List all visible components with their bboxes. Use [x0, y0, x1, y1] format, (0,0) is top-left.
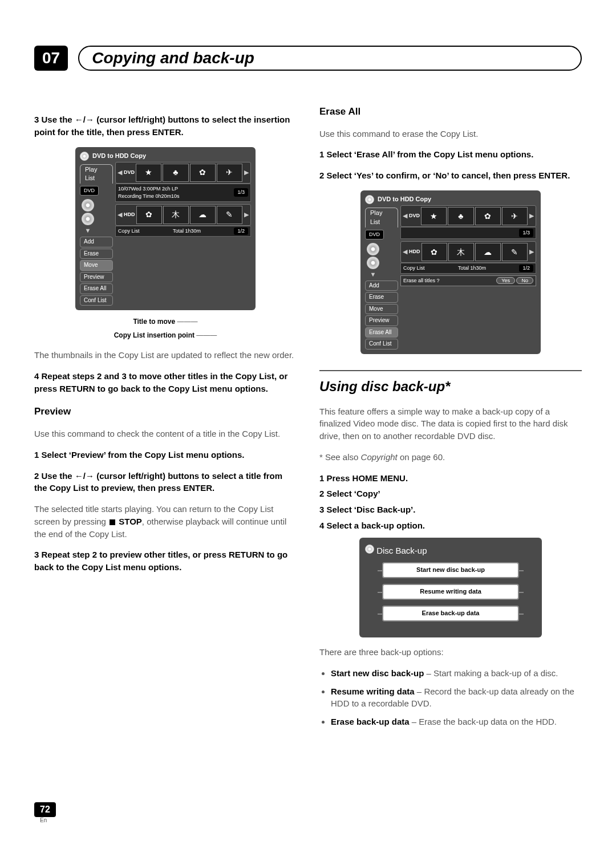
- left-arrow-icon: ◀: [117, 168, 123, 177]
- fig1-caption: Title to move ——— Copy List insertion po…: [34, 317, 297, 340]
- fig1-body: Play List DVD ▼ Add Erase Move Preview: [80, 162, 251, 306]
- backup-option-1: Start new disc back-up – Start making a …: [331, 667, 582, 680]
- thumb: ✎: [502, 243, 528, 261]
- backup-step-1: 1 Press HOME MENU.: [319, 472, 582, 485]
- backup-option-3: Erase back-up data – Erase the back-up d…: [331, 716, 582, 728]
- menu-add: Add: [80, 237, 113, 247]
- backup-menu-title-row: Disc Back-up: [365, 545, 536, 557]
- fig1-bottom-thumbs: ◀ HDD ✿ 木 ☁ ✎ ▶: [115, 204, 251, 226]
- fig2-bottom-bar: Copy List Total 1h30m 1/2: [400, 263, 536, 274]
- fig2-confirm-dialog: Erase all titles ? Yes No: [400, 275, 536, 286]
- disc-backup-footnote: * See also Copyright on page 60.: [319, 451, 582, 464]
- fig1-titlebar: DVD to HDD Copy: [80, 152, 251, 161]
- thumb: ✿: [190, 164, 216, 182]
- disc-icon: [365, 195, 374, 204]
- left-column: 3 Use the ←/→ (cursor left/right) button…: [34, 105, 297, 734]
- fig2-info-bar: 1/3: [400, 227, 536, 239]
- thumb: ♣: [448, 207, 473, 225]
- thumb: ★: [421, 207, 447, 225]
- caption-title-to-move: Title to move: [133, 318, 175, 326]
- footnote-copyright: Copyright: [361, 452, 398, 462]
- fig2-dvd-row-label: DVD: [409, 212, 420, 220]
- dialog-no-button[interactable]: No: [516, 277, 533, 284]
- thumb: ☁: [190, 206, 216, 224]
- fig1-info-bar: 10/07Wed 3:00PM 2ch LPRecording Time 0h2…: [115, 184, 251, 202]
- erase-step-2: 2 Select ‘Yes’ to confirm, or ‘No’ to ca…: [319, 169, 582, 182]
- fig2-menu: Add Erase Move Preview Erase All Conf Li…: [365, 281, 398, 350]
- disc-backup-heading: Using disc back-up*: [319, 370, 582, 397]
- backup-step-4: 4 Select a back-up option.: [319, 519, 582, 532]
- menu-add: Add: [365, 281, 398, 291]
- thumb: ✈: [217, 164, 242, 182]
- fig1-dvd-badge: DVD: [80, 186, 99, 196]
- backup-step-3: 3 Select ‘Disc Back-up’.: [319, 503, 582, 516]
- footnote-a: * See also: [319, 452, 361, 462]
- fig2-dvd-badge: DVD: [365, 230, 384, 239]
- caption-insertion-point: Copy List insertion point: [114, 331, 194, 339]
- menu-erase: Erase: [365, 292, 398, 303]
- menu-erase: Erase: [80, 249, 113, 259]
- menu-erase-all: Erase All: [365, 327, 398, 338]
- fig1-info1: 10/07Wed 3:00PM 2ch LP: [118, 186, 178, 192]
- fig2-tab: Play List: [365, 208, 398, 228]
- dvd-stack-icon: ▼: [365, 243, 381, 279]
- fig1-dvd-row-label: DVD: [124, 169, 135, 176]
- opt1-label: Start new disc back-up: [331, 668, 424, 678]
- fig1-page-lower: 1/2: [234, 228, 248, 235]
- fig1-copy-list-label: Copy List: [118, 228, 140, 235]
- dvd-stack-icon: ▼: [80, 199, 96, 235]
- backup-option-2: Resume writing data – Record the back-up…: [331, 685, 582, 710]
- fig1-menu: Add Erase Move Preview Erase All Conf Li…: [80, 237, 113, 306]
- backup-menu-item-start[interactable]: Start new disc back-up: [382, 562, 519, 578]
- backup-menu-title: Disc Back-up: [376, 546, 427, 555]
- fig2-title: DVD to HDD Copy: [378, 195, 431, 204]
- left-after-fig1: The thumbnails in the Copy List are upda…: [34, 349, 297, 361]
- menu-preview: Preview: [80, 272, 113, 283]
- right-arrow-icon: ▶: [244, 168, 249, 177]
- thumb: ✿: [136, 206, 162, 224]
- left-step-4: 4 Repeat steps 2 and 3 to move other tit…: [34, 370, 297, 395]
- erase-step-1: 1 Select ‘Erase All’ from the Copy List …: [319, 148, 582, 161]
- footnote-b: on page 60.: [398, 452, 445, 462]
- fig1-page-upper: 1/3: [234, 188, 248, 197]
- stop-label: STOP: [119, 517, 142, 526]
- thumb: ✈: [502, 207, 528, 225]
- fig2-total: Total 1h30m: [458, 265, 486, 272]
- fig2-body: Play List DVD ▼ Add Erase Move Preview E…: [365, 205, 536, 350]
- fig1-tab: Play List: [80, 164, 113, 184]
- menu-move: Move: [365, 304, 398, 315]
- erase-all-intro: Use this command to erase the Copy List.: [319, 128, 582, 140]
- preview-step-3: 3 Repeat step 2 to preview other titles,…: [34, 549, 297, 574]
- backup-options-list: Start new disc back-up – Start making a …: [319, 667, 582, 728]
- backup-menu-item-resume[interactable]: Resume writing data: [382, 584, 519, 600]
- fig1-info2: Recording Time 0h20m10s: [118, 193, 180, 199]
- thumb: ✿: [422, 243, 447, 261]
- dialog-yes-button[interactable]: Yes: [496, 277, 515, 284]
- menu-conf-list: Conf List: [80, 295, 113, 306]
- figure-copy-list-move: DVD to HDD Copy Play List DVD ▼ Add: [75, 147, 256, 311]
- opt3-text: – Erase the back-up data on the HDD.: [410, 717, 557, 726]
- page-number: 72: [34, 802, 56, 817]
- thumb: ☁: [475, 243, 501, 261]
- fig1-total: Total 1h30m: [173, 228, 201, 235]
- preview-step-2: 2 Use the ←/→ (cursor left/right) button…: [34, 470, 297, 495]
- left-arrow-icon: ◀: [402, 212, 408, 221]
- fig2-titlebar: DVD to HDD Copy: [365, 195, 536, 204]
- thumb: ✎: [217, 206, 242, 224]
- fig1-hdd-label: HDD: [124, 211, 135, 218]
- backup-steps: 1 Press HOME MENU. 2 Select ‘Copy’ 3 Sel…: [319, 472, 582, 532]
- backup-step-2: 2 Select ‘Copy’: [319, 488, 582, 500]
- stop-icon: [110, 519, 115, 525]
- chapter-header: 07 Copying and back-up: [34, 46, 582, 71]
- dialog-question: Erase all titles ?: [403, 277, 440, 285]
- backup-menu-item-erase[interactable]: Erase back-up data: [382, 606, 519, 621]
- opt3-label: Erase back-up data: [331, 717, 410, 726]
- right-arrow-icon: ▶: [529, 212, 534, 221]
- left-arrow-icon: ◀: [117, 210, 123, 220]
- page-language: En: [40, 817, 582, 823]
- menu-conf-list: Conf List: [365, 339, 398, 350]
- menu-erase-all: Erase All: [80, 283, 113, 294]
- preview-step-1: 1 Select ‘Preview’ from the Copy List me…: [34, 449, 297, 461]
- thumb: ✿: [475, 207, 501, 225]
- preview-intro: Use this command to check the content of…: [34, 428, 297, 440]
